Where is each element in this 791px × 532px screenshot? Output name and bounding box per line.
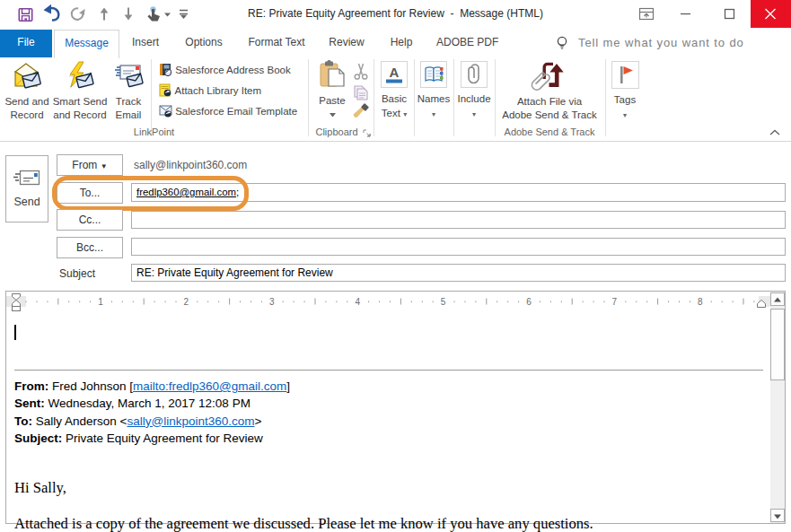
- svg-text:A: A: [390, 65, 400, 80]
